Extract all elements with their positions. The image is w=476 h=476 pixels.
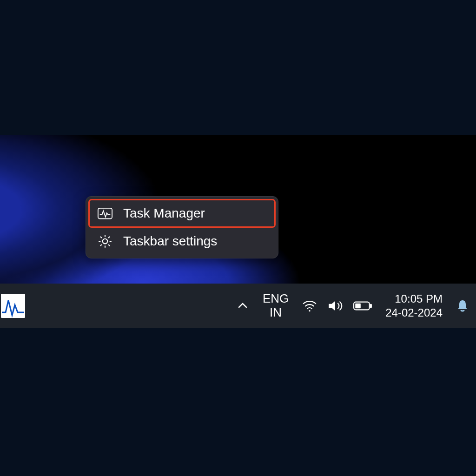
language-indicator[interactable]: ENG IN — [263, 292, 289, 320]
notifications-button[interactable] — [456, 299, 469, 313]
menu-item-taskbar-settings[interactable]: Taskbar settings — [89, 227, 275, 255]
taskbar[interactable]: ENG IN — [0, 284, 476, 328]
svg-rect-0 — [98, 208, 112, 219]
taskbar-clock[interactable]: 10:05 PM 24-02-2024 — [385, 292, 443, 320]
menu-item-task-manager[interactable]: Task Manager — [89, 199, 275, 227]
tray-overflow-button[interactable] — [236, 299, 250, 313]
pulse-monitor-icon — [97, 206, 113, 220]
clock-date: 24-02-2024 — [385, 306, 443, 320]
taskbar-pinned-apps — [1, 294, 25, 318]
system-tray-area: ENG IN — [236, 292, 476, 320]
task-manager-app[interactable] — [1, 294, 25, 318]
language-line2: IN — [263, 306, 289, 320]
svg-rect-6 — [355, 304, 361, 309]
battery-icon[interactable] — [353, 300, 372, 311]
gear-icon — [97, 234, 113, 248]
menu-item-label: Taskbar settings — [123, 234, 217, 249]
svg-rect-5 — [370, 304, 372, 308]
clock-time: 10:05 PM — [385, 292, 443, 306]
svg-point-1 — [103, 239, 108, 244]
taskbar-context-menu: Task Manager Taskbar settings — [86, 196, 278, 258]
language-line1: ENG — [263, 292, 289, 306]
wifi-icon[interactable] — [302, 299, 317, 312]
tray-status-icons[interactable] — [302, 299, 372, 313]
svg-point-3 — [309, 310, 311, 311]
menu-item-label: Task Manager — [123, 206, 205, 221]
volume-icon[interactable] — [327, 299, 344, 313]
